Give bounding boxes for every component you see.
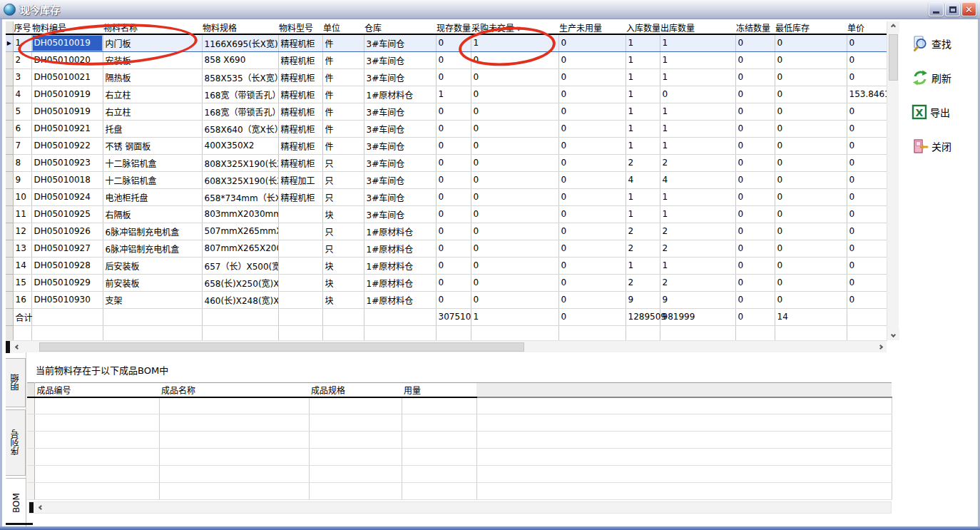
cell[interactable]: 2 xyxy=(626,274,660,291)
cell[interactable]: 0 xyxy=(775,103,847,120)
row-selector[interactable] xyxy=(6,240,13,257)
cell[interactable]: 2 xyxy=(660,223,735,240)
cell[interactable]: 9 xyxy=(660,291,735,308)
cell[interactable]: 0 xyxy=(558,34,626,51)
cell[interactable]: 0 xyxy=(436,103,471,120)
minimize-button[interactable] xyxy=(929,2,944,16)
cell[interactable]: 0 xyxy=(436,240,471,257)
cell[interactable]: 0 xyxy=(847,103,887,120)
cell[interactable]: 0 xyxy=(847,291,887,308)
cell[interactable]: DH05010927 xyxy=(31,240,103,257)
cell[interactable]: 1#原材料仓 xyxy=(364,86,436,103)
cell[interactable]: 0 xyxy=(436,34,471,51)
cell[interactable]: 精程机柜 xyxy=(278,188,322,205)
cell[interactable]: 电池柜托盘 xyxy=(103,188,202,205)
cell[interactable]: 只 xyxy=(322,223,364,240)
row-selector[interactable] xyxy=(6,51,13,68)
cell[interactable]: DH05010929 xyxy=(31,274,103,291)
cell[interactable]: 精程机柜 xyxy=(278,34,322,51)
resize-grip[interactable] xyxy=(6,523,33,525)
table-row[interactable]: 4DH05010919右立柱168宽（带锁舌孔）精程机柜件1#原材料仓10010… xyxy=(6,86,887,103)
cell[interactable]: 件 xyxy=(322,34,364,51)
cell[interactable]: 0 xyxy=(436,120,471,137)
table-row[interactable]: 8DH05010923十二脉铝机盒808X325X190(长X精程机柜只3#车间… xyxy=(6,154,887,171)
cell[interactable]: 0 xyxy=(847,68,887,86)
cell[interactable]: 1 xyxy=(660,137,735,154)
cell[interactable]: 0 xyxy=(471,291,558,308)
cell[interactable]: 7 xyxy=(13,137,31,154)
cell[interactable]: 0 xyxy=(471,223,558,240)
cell[interactable]: 858 X690 xyxy=(202,51,278,68)
cell[interactable]: 1#原材料仓 xyxy=(364,291,436,308)
cell[interactable]: 1 xyxy=(660,188,735,205)
table-row[interactable]: 12DH050109266脉冲铝制充电机盒507mmX265mmX只1#原材料仓… xyxy=(6,223,887,240)
cell[interactable]: 0 xyxy=(847,274,887,291)
cell[interactable]: 1 xyxy=(660,205,735,223)
cell[interactable]: 400X350X2 xyxy=(202,137,278,154)
cell[interactable]: 1 xyxy=(436,86,471,103)
row-selector[interactable] xyxy=(6,103,13,120)
cell[interactable]: 0 xyxy=(471,274,558,291)
cell[interactable]: 块 xyxy=(322,291,364,308)
column-header[interactable]: 采购未交量▼ xyxy=(471,21,558,34)
cell[interactable]: 0 xyxy=(436,291,471,308)
cell[interactable]: 153.8461 xyxy=(847,86,887,103)
column-header[interactable]: 最低库存 xyxy=(775,21,847,34)
cell[interactable]: 0 xyxy=(775,120,847,137)
cell[interactable]: 0 xyxy=(471,171,558,188)
cell[interactable]: 0 xyxy=(735,223,775,240)
cell[interactable]: 1 xyxy=(626,86,660,103)
cell[interactable]: 0 xyxy=(436,188,471,205)
cell[interactable]: 3#车间仓 xyxy=(364,51,436,68)
bom-column-header[interactable]: 成品规格 xyxy=(309,383,402,397)
cell[interactable]: 608X325X190(长X xyxy=(202,171,278,188)
cell[interactable]: 1#原材料仓 xyxy=(364,274,436,291)
cell[interactable]: 0 xyxy=(775,240,847,257)
cell[interactable]: 0 xyxy=(847,154,887,171)
cell[interactable]: 精程机柜 xyxy=(278,103,322,120)
cell[interactable]: 0 xyxy=(436,223,471,240)
export-button[interactable]: X 导出 xyxy=(912,103,977,121)
cell[interactable]: 0 xyxy=(660,86,735,103)
cell[interactable]: 0 xyxy=(558,120,626,137)
cell[interactable] xyxy=(278,257,322,274)
column-header[interactable]: 物料规格 xyxy=(202,21,278,34)
cell[interactable]: 6脉冲铝制充电机盒 xyxy=(103,223,202,240)
cell[interactable]: 0 xyxy=(847,137,887,154)
cell[interactable]: 0 xyxy=(471,188,558,205)
cell[interactable]: 0 xyxy=(471,86,558,103)
cell[interactable]: 4 xyxy=(13,86,31,103)
bom-column-header[interactable]: 成品编号 xyxy=(34,383,159,397)
row-selector[interactable] xyxy=(6,120,13,137)
tab-serial-number[interactable]: 序列号 xyxy=(6,409,26,476)
cell[interactable]: 3#车间仓 xyxy=(364,188,436,205)
cell[interactable]: 0 xyxy=(471,257,558,274)
cell[interactable]: 2 xyxy=(13,51,31,68)
cell[interactable]: 807mmX265X200 xyxy=(202,240,278,257)
cell[interactable]: 0 xyxy=(436,68,471,86)
cell[interactable]: 0 xyxy=(471,240,558,257)
cell[interactable]: 0 xyxy=(735,274,775,291)
cell[interactable]: 0 xyxy=(735,68,775,86)
cell[interactable]: 0 xyxy=(847,120,887,137)
cell[interactable]: 5 xyxy=(13,103,31,120)
cell[interactable]: 0 xyxy=(847,257,887,274)
cell[interactable]: 507mmX265mmX xyxy=(202,223,278,240)
cell[interactable]: 3 xyxy=(13,68,31,86)
row-selector[interactable] xyxy=(6,171,13,188)
cell[interactable]: 精程机柜 xyxy=(278,86,322,103)
cell[interactable]: 6 xyxy=(13,120,31,137)
cell[interactable]: 0 xyxy=(775,188,847,205)
cell[interactable]: DH05010919 xyxy=(31,86,103,103)
cell[interactable]: 件 xyxy=(322,68,364,86)
cell[interactable]: 1 xyxy=(660,68,735,86)
cell[interactable]: 1 xyxy=(626,137,660,154)
cell[interactable]: 只 xyxy=(322,154,364,171)
cell[interactable]: 0 xyxy=(471,51,558,68)
maximize-button[interactable] xyxy=(945,2,960,16)
cell[interactable]: 支架 xyxy=(103,291,202,308)
cell[interactable]: 0 xyxy=(558,86,626,103)
cell[interactable]: 0 xyxy=(558,154,626,171)
row-selector[interactable] xyxy=(6,274,13,291)
cell[interactable]: 0 xyxy=(558,188,626,205)
